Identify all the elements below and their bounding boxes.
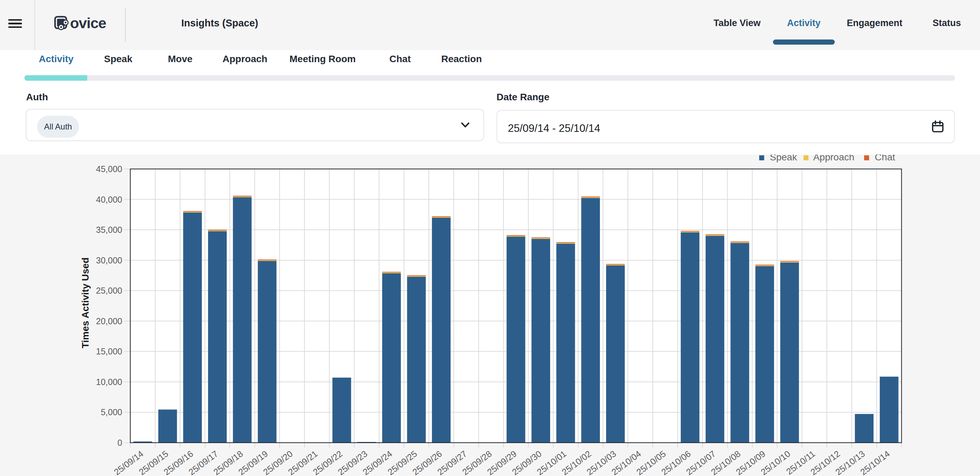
svg-text:25,000: 25,000: [96, 286, 122, 295]
svg-text:20,000: 20,000: [96, 316, 122, 326]
svg-text:Chat: Chat: [875, 154, 895, 162]
svg-text:15,000: 15,000: [96, 347, 122, 356]
svg-text:0: 0: [118, 438, 122, 447]
svg-text:Times Activity Used: Times Activity Used: [80, 258, 91, 349]
svg-text:10,000: 10,000: [96, 377, 122, 387]
svg-text:35,000: 35,000: [96, 225, 122, 234]
svg-text:45,000: 45,000: [96, 164, 122, 174]
svg-text:Approach: Approach: [813, 154, 854, 162]
svg-text:Speak: Speak: [770, 154, 797, 162]
svg-text:30,000: 30,000: [96, 256, 122, 265]
svg-text:40,000: 40,000: [96, 195, 122, 204]
svg-text:5,000: 5,000: [100, 407, 122, 417]
